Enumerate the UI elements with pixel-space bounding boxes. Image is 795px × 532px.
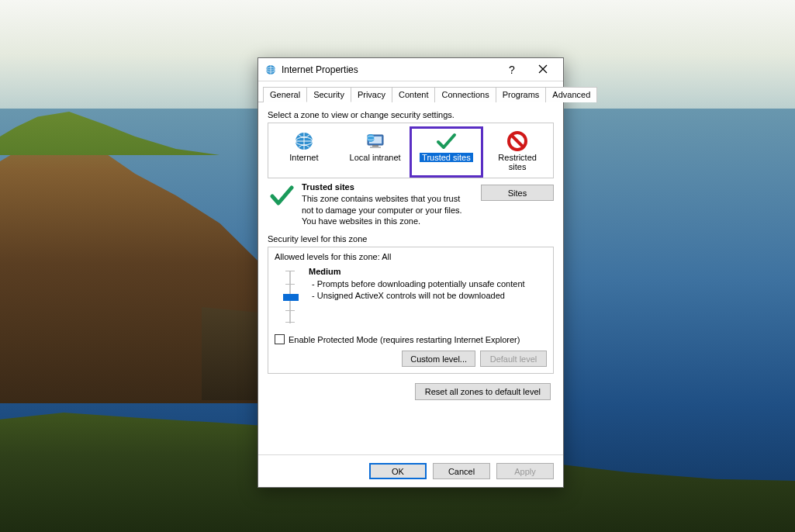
zone-restricted-sites[interactable]: Restricted sites bbox=[482, 128, 553, 176]
tab-content-area: Select a zone to view or change security… bbox=[258, 102, 563, 454]
zone-internet[interactable]: Internet bbox=[268, 128, 340, 176]
ok-button[interactable]: OK bbox=[369, 463, 427, 479]
apply-button[interactable]: Apply bbox=[496, 463, 554, 479]
custom-level-button[interactable]: Custom level... bbox=[402, 351, 475, 367]
zone-description-line1: This zone contains websites that you tru… bbox=[302, 193, 472, 216]
level-name: Medium bbox=[309, 266, 547, 278]
internet-properties-dialog: Internet Properties ? General Security P… bbox=[258, 57, 564, 488]
help-button[interactable]: ? bbox=[496, 59, 527, 81]
titlebar[interactable]: Internet Properties ? bbox=[258, 58, 563, 81]
slider-thumb[interactable] bbox=[283, 294, 299, 301]
no-entry-icon bbox=[505, 130, 530, 153]
trusted-sites-icon bbox=[268, 181, 296, 209]
protected-mode-checkbox[interactable] bbox=[275, 334, 285, 344]
protected-mode-row[interactable]: Enable Protected Mode (requires restarti… bbox=[275, 334, 547, 344]
tab-security[interactable]: Security bbox=[306, 87, 351, 102]
svg-point-8 bbox=[367, 134, 375, 142]
zone-description-line2: You have websites in this zone. bbox=[302, 216, 472, 226]
internet-options-icon bbox=[264, 64, 277, 76]
tab-general[interactable]: General bbox=[263, 87, 307, 102]
level-bullet-2: - Unsigned ActiveX controls will not be … bbox=[309, 290, 547, 302]
svg-line-11 bbox=[511, 135, 524, 147]
svg-rect-7 bbox=[370, 147, 381, 148]
security-level-text: Medium - Prompts before downloading pote… bbox=[309, 266, 547, 302]
sites-button[interactable]: Sites bbox=[481, 185, 554, 201]
zone-select-label: Select a zone to view or change security… bbox=[268, 110, 554, 119]
tab-programs[interactable]: Programs bbox=[496, 87, 547, 102]
security-level-label: Security level for this zone bbox=[268, 234, 554, 244]
zone-list: Internet Local intranet Trusted sites Re… bbox=[268, 123, 554, 178]
protected-mode-label: Enable Protected Mode (requires restarti… bbox=[289, 335, 520, 344]
zone-local-intranet[interactable]: Local intranet bbox=[340, 128, 411, 176]
dialog-footer: OK Cancel Apply bbox=[258, 454, 563, 487]
checkmark-icon bbox=[434, 130, 458, 153]
reset-all-zones-button[interactable]: Reset all zones to default level bbox=[415, 383, 551, 400]
zone-trusted-sites[interactable]: Trusted sites bbox=[411, 128, 482, 176]
tab-content[interactable]: Content bbox=[392, 87, 436, 102]
svg-rect-6 bbox=[372, 145, 378, 147]
tab-advanced[interactable]: Advanced bbox=[545, 87, 597, 102]
window-title: Internet Properties bbox=[282, 64, 358, 75]
zone-description-text: Trusted sites This zone contains website… bbox=[302, 181, 475, 226]
tabstrip: General Security Privacy Content Connect… bbox=[258, 81, 563, 102]
close-button[interactable] bbox=[527, 59, 558, 81]
zone-description: Trusted sites This zone contains website… bbox=[268, 181, 554, 226]
allowed-levels-label: Allowed levels for this zone: All bbox=[275, 252, 547, 261]
level-bullet-1: - Prompts before downloading potentially… bbox=[309, 278, 547, 290]
cancel-button[interactable]: Cancel bbox=[433, 463, 490, 479]
close-icon bbox=[538, 64, 548, 76]
tab-privacy[interactable]: Privacy bbox=[351, 87, 392, 102]
default-level-button[interactable]: Default level bbox=[480, 351, 547, 367]
security-level-slider[interactable] bbox=[279, 268, 301, 326]
security-level-box: Allowed levels for this zone: All Medium… bbox=[268, 247, 554, 374]
computer-icon bbox=[363, 130, 388, 153]
zone-description-title: Trusted sites bbox=[302, 181, 472, 192]
globe-icon bbox=[292, 130, 316, 153]
tab-connections[interactable]: Connections bbox=[434, 87, 496, 102]
